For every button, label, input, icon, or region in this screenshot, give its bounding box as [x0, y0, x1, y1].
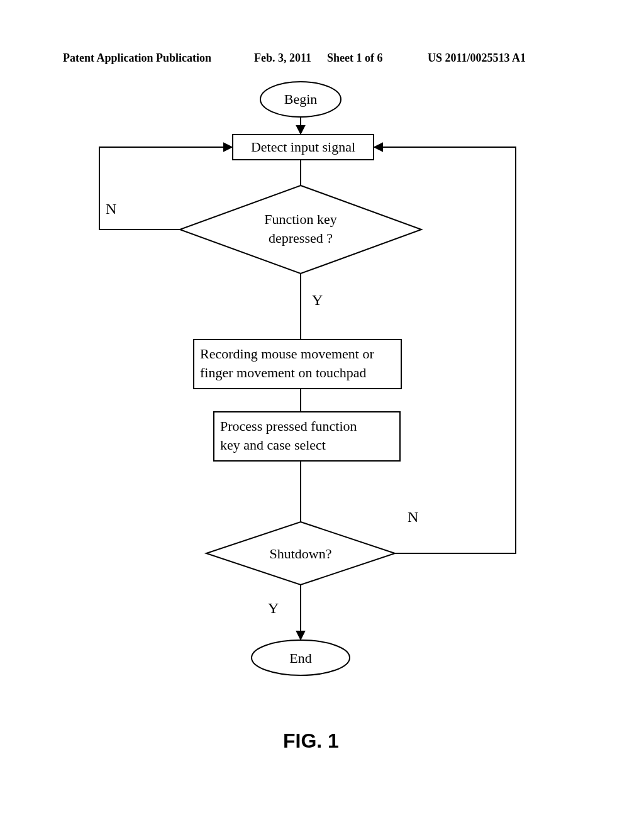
d1-yes-label: Y [312, 292, 323, 308]
arrow-d2-no [374, 147, 516, 553]
detect-label: Detect input signal [251, 139, 355, 155]
record-line2: finger movement on touchpad [200, 365, 367, 380]
process-line2: key and case select [220, 437, 326, 453]
decision1-diamond [180, 185, 421, 274]
d2-no-label: N [408, 509, 418, 525]
process-line1: Process pressed function [220, 418, 357, 434]
d2-yes-label: Y [268, 600, 279, 616]
page: Patent Application Publication Feb. 3, 2… [0, 0, 644, 830]
decision1-line1: Function key [264, 211, 337, 227]
end-label: End [289, 650, 311, 666]
d1-no-label: N [106, 201, 116, 217]
figure-label: FIG. 1 [283, 729, 339, 753]
flowchart: Begin Detect input signal Function key d… [0, 0, 644, 830]
begin-label: Begin [284, 91, 318, 107]
decision1-line2: depressed ? [269, 230, 333, 246]
record-line1: Recording mouse movement or [200, 346, 374, 362]
decision2-label: Shutdown? [270, 546, 332, 562]
